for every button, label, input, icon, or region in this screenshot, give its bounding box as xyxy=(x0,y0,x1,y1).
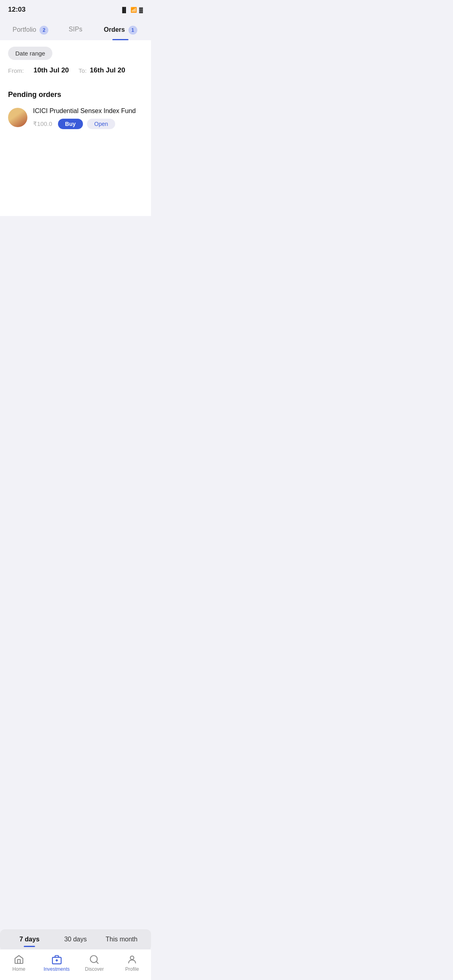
date-range-to: To: 16th Jul 20 xyxy=(79,66,125,74)
fund-amount: ₹100.0 xyxy=(33,120,52,128)
status-icons: ▐▌ 📶 ▓ xyxy=(120,7,143,13)
status-time: 12:03 xyxy=(8,6,25,14)
tab-portfolio[interactable]: Portfolio 2 xyxy=(8,21,53,40)
status-bar: 12:03 ▐▌ 📶 ▓ xyxy=(0,0,151,17)
wifi-icon: 📶 xyxy=(130,7,137,13)
order-info: ICICI Prudential Sensex Index Fund ₹100.… xyxy=(33,107,143,129)
orders-badge: 1 xyxy=(128,26,137,35)
pending-orders-title: Pending orders xyxy=(8,91,143,99)
battery-icon: ▓ xyxy=(139,7,143,13)
pending-orders-section: Pending orders ICICI Prudential Sensex I… xyxy=(0,82,151,136)
from-label: From: xyxy=(8,67,24,74)
date-range-section: Date range From: 10th Jul 20 To: 16th Ju… xyxy=(0,40,151,82)
tab-orders[interactable]: Orders 1 xyxy=(98,21,143,40)
buy-badge[interactable]: Buy xyxy=(58,119,83,129)
from-value: 10th Jul 20 xyxy=(33,66,69,74)
content-spacer xyxy=(0,136,151,216)
fund-name: ICICI Prudential Sensex Index Fund xyxy=(33,107,143,115)
to-label: To: xyxy=(79,67,87,74)
open-badge[interactable]: Open xyxy=(87,119,115,129)
tabs-container: Portfolio 2 SIPs Orders 1 xyxy=(0,17,151,40)
signal-icon: ▐▌ xyxy=(120,7,128,13)
date-range-pill[interactable]: Date range xyxy=(8,47,52,60)
portfolio-badge: 2 xyxy=(39,26,48,35)
tab-sips[interactable]: SIPs xyxy=(53,21,98,40)
fund-avatar xyxy=(8,108,27,127)
to-value: 16th Jul 20 xyxy=(90,66,125,74)
order-item[interactable]: ICICI Prudential Sensex Index Fund ₹100.… xyxy=(8,107,143,129)
order-meta: ₹100.0 Buy Open xyxy=(33,119,143,129)
date-range-row: From: 10th Jul 20 To: 16th Jul 20 xyxy=(8,66,143,74)
